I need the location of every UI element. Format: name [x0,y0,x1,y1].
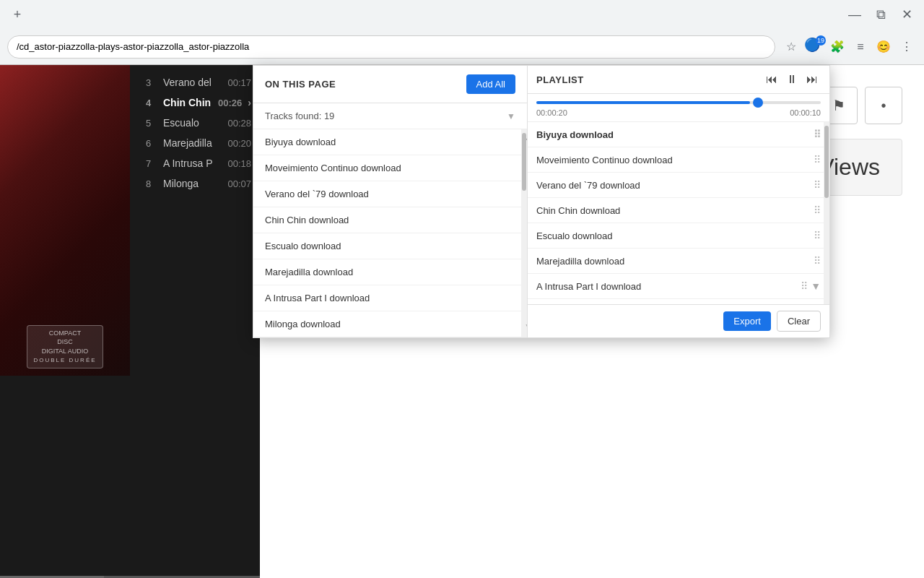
url-bar[interactable] [7,35,775,59]
more-button[interactable]: • [865,87,902,124]
toolbar-icons: ☆ 🔵 19 🧩 ≡ 😊 ⋮ [781,37,917,57]
extension-badge: 19 [816,35,826,46]
tracks-found-text: Tracks found: 19 [265,111,334,121]
progress-section: 00:00:20 00:00:10 [528,94,829,122]
track-arrow-icon: › [248,97,251,108]
scrollbar-thumb[interactable] [522,133,526,191]
list-item[interactable]: Milonga download [253,311,521,337]
minimize-button[interactable]: — [845,4,865,25]
extension-icon[interactable]: 🔵 19 [804,37,824,57]
playlist-track-list: Biyuya download ⠿ Moveimiento Continuo d… [528,122,829,304]
emoji-icon[interactable]: 😊 [873,37,894,57]
playlist-item[interactable]: Verano del `79 download ⠿ [528,173,829,198]
track-item[interactable]: 8 Milonga 00:07 [143,173,254,194]
cd-logo: COMPACTDISCDIGITAL AUDIODOUBLE DURÉE [27,325,103,368]
scroll-down-arrow-icon: ▼ [507,111,515,121]
drag-handle-icon[interactable]: ⠿ [814,129,821,140]
playlist-item[interactable]: Escualo download ⠿ [528,223,829,249]
add-all-button[interactable]: Add All [466,74,515,94]
close-button[interactable]: ✕ [897,4,917,25]
on-this-page-panel: ON THIS PAGE Add All Tracks found: 19 ▼ … [253,66,528,337]
pause-button[interactable]: ⏸ [783,72,801,87]
progress-track[interactable] [536,101,821,104]
list-item[interactable]: Chin Chin download [253,207,521,233]
album-art: COMPACTDISCDIGITAL AUDIODOUBLE DURÉE [0,65,130,376]
playlist-item[interactable]: Biyuya download ⠿ [528,122,829,147]
time-right: 00:00:10 [790,108,821,117]
new-tab-button[interactable]: + [7,4,27,25]
browser-toolbar: ☆ 🔵 19 🧩 ≡ 😊 ⋮ [0,29,924,64]
main-content: COMPACTDISCDIGITAL AUDIODOUBLE DURÉE 3 V… [0,65,924,578]
drag-handle-icon[interactable]: ⠿ [814,255,821,267]
playlist-panel: PLAYLIST ⏮ ⏸ ⏭ 00:00:20 00:00:10 [528,66,829,337]
track-item[interactable]: 3 Verano del 00:17 [143,72,254,92]
drag-handle-icon[interactable]: ⠿ [814,230,821,241]
overlay-panel: ON THIS PAGE Add All Tracks found: 19 ▼ … [253,65,830,338]
on-this-page-title: ON THIS PAGE [265,79,336,90]
progress-fill [536,101,750,104]
drag-handle-icon[interactable]: ⠿ [814,179,821,191]
track-item[interactable]: 7 A Intrusa P 00:18 [143,153,254,173]
on-this-page-track-list: Biyuya download Moveimiento Continuo dow… [253,129,521,337]
playlist-item[interactable]: A Intrusa Part I download ⠿ ▼ [528,274,829,299]
playlist-scrollbar[interactable] [824,122,829,304]
time-row: 00:00:20 00:00:10 [536,108,821,117]
expand-icon[interactable]: ▼ [811,280,821,292]
list-item[interactable]: Moveimiento Continuo download [253,155,521,181]
tracks-found: Tracks found: 19 ▼ [253,103,527,129]
playlist-footer: Export Clear [528,304,829,337]
next-button[interactable]: ⏭ [803,72,821,87]
list-item[interactable]: A Intrusa Part I download [253,285,521,311]
progress-knob[interactable] [753,98,763,108]
list-item[interactable]: Verano del `79 download [253,181,521,207]
left-panel: COMPACTDISCDIGITAL AUDIODOUBLE DURÉE 3 V… [0,65,260,578]
on-this-page-scrollbar[interactable]: ▲ ▼ [521,129,527,337]
drag-handle-icon[interactable]: ⠿ [801,280,808,292]
list-item[interactable]: Biyuya download [253,129,521,155]
playlist-scrollbar-thumb[interactable] [824,126,829,198]
playlist-icon[interactable]: ≡ [850,37,871,57]
prev-button[interactable]: ⏮ [763,72,780,87]
playlist-header: PLAYLIST ⏮ ⏸ ⏭ [528,66,829,94]
playlist-controls: ⏮ ⏸ ⏭ [763,72,821,87]
menu-icon[interactable]: ⋮ [897,37,917,57]
export-button[interactable]: Export [723,311,771,331]
list-item[interactable]: Marejadilla download [253,259,521,285]
playlist-title: PLAYLIST [536,74,584,85]
scroll-down-icon[interactable]: ▼ [521,319,527,335]
clear-button[interactable]: Clear [777,311,821,332]
playlist-item[interactable]: Marejadilla download ⠿ [528,249,829,274]
drag-handle-icon[interactable]: ⠿ [814,154,821,165]
album-art-overlay: COMPACTDISCDIGITAL AUDIODOUBLE DURÉE [27,325,103,368]
on-this-page-header: ON THIS PAGE Add All [253,66,527,103]
playlist-item[interactable]: Chin Chin download ⠿ [528,198,829,223]
track-item[interactable]: 6 Marejadilla 00:20 [143,133,254,153]
puzzle-icon[interactable]: 🧩 [827,37,847,57]
browser-titlebar: + — ⧉ ✕ [0,0,924,29]
star-icon[interactable]: ☆ [781,37,801,57]
drag-handle-icon[interactable]: ⠿ [814,204,821,216]
track-item-active[interactable]: 4 Chin Chin 00:26 › [143,92,254,113]
time-left: 00:00:20 [536,108,567,117]
track-list-sidebar: 3 Verano del 00:17 4 Chin Chin 00:26 › 5… [137,65,260,201]
playlist-item[interactable]: Moveimiento Continuo download ⠿ [528,147,829,173]
track-item[interactable]: 5 Escualo 00:28 [143,113,254,133]
browser-chrome: + — ⧉ ✕ ☆ 🔵 19 🧩 ≡ 😊 ⋮ [0,0,924,65]
maximize-button[interactable]: ⧉ [871,4,891,25]
list-item[interactable]: Escualo download [253,233,521,259]
